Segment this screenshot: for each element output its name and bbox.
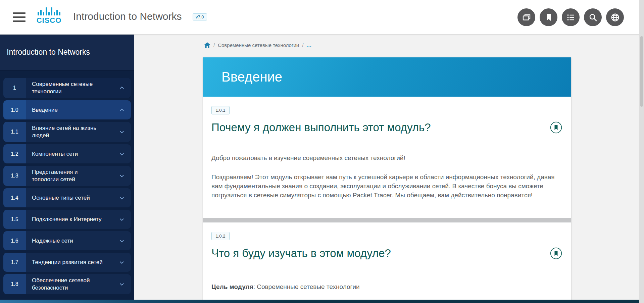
course-title: Introduction to Networks bbox=[73, 11, 182, 22]
topic-heading: Что я буду изучать в этом модуле? bbox=[211, 246, 391, 261]
section-divider bbox=[203, 218, 571, 222]
chevron-down-icon bbox=[119, 281, 125, 287]
topic-badge: 1.0.2 bbox=[211, 232, 230, 240]
item-number: 1.4 bbox=[3, 188, 26, 207]
item-number: 1.1 bbox=[3, 122, 26, 142]
menu-icon[interactable] bbox=[13, 12, 26, 22]
chevron-down-icon bbox=[119, 216, 125, 222]
sidebar-item-1-5[interactable]: 1.5 Подключение к Интернету bbox=[3, 210, 131, 229]
breadcrumb-module[interactable]: Современные сетевые технологии bbox=[218, 42, 299, 48]
sidebar-item-1-0[interactable]: 1.0 Введение bbox=[3, 100, 131, 119]
item-number: 1.2 bbox=[3, 144, 26, 163]
item-number: 1 bbox=[3, 78, 26, 98]
paragraph: Добро пожаловать в изучение современных … bbox=[211, 153, 563, 162]
heading-rule bbox=[211, 142, 563, 142]
topic-badge: 1.0.1 bbox=[211, 106, 230, 114]
section-banner: Введение bbox=[203, 57, 571, 97]
module-goal: Цель модуля: Современные сетевые техноло… bbox=[211, 283, 563, 291]
cisco-logo-text: CISCO bbox=[34, 16, 64, 25]
module-nav-list: 1 Современные сетевые технологии 1.0 Вве… bbox=[0, 70, 134, 294]
cisco-logo[interactable]: CISCO bbox=[34, 6, 64, 25]
bottom-accent-bar bbox=[0, 300, 644, 303]
paragraph: Поздравляем! Этот модуль открывает вам п… bbox=[211, 172, 563, 200]
content-area: / Современные сетевые технологии / ... В… bbox=[134, 35, 644, 303]
sidebar-item-1-1[interactable]: 1.1 Влияние сетей на жизнь людей bbox=[3, 122, 131, 142]
item-label: Подключение к Интернету bbox=[32, 216, 102, 223]
chevron-down-icon bbox=[119, 129, 125, 135]
item-label: Компоненты сети bbox=[32, 150, 78, 158]
app-header: CISCO Introduction to Networks v7.0 bbox=[0, 0, 644, 35]
item-label: Основные типы сетей bbox=[32, 194, 90, 202]
topic-section-1-0-1: 1.0.1 Почему я должен выполнить этот мод… bbox=[203, 97, 571, 218]
item-number: 1.6 bbox=[3, 231, 26, 250]
lesson-card: Введение 1.0.1 Почему я должен выполнить… bbox=[203, 57, 571, 303]
item-label: Влияние сетей на жизнь людей bbox=[32, 124, 105, 139]
version-badge: v7.0 bbox=[193, 13, 207, 20]
item-number: 1.5 bbox=[3, 210, 26, 229]
list-icon[interactable] bbox=[562, 8, 580, 26]
home-icon[interactable] bbox=[204, 42, 210, 48]
topic-section-1-0-2: 1.0.2 Что я буду изучать в этом модуле? … bbox=[203, 222, 571, 303]
chevron-down-icon bbox=[119, 238, 125, 244]
breadcrumb-ellipsis[interactable]: ... bbox=[306, 42, 312, 48]
search-icon[interactable] bbox=[584, 8, 602, 26]
banner-title: Введение bbox=[221, 69, 282, 85]
topic-heading: Почему я должен выполнить этот модуль? bbox=[211, 120, 431, 135]
module-goal-label: Цель модуля bbox=[211, 283, 253, 290]
header-icon-bar bbox=[517, 8, 624, 26]
sidebar-item-1-4[interactable]: 1.4 Основные типы сетей bbox=[3, 188, 131, 207]
sidebar-item-1-2[interactable]: 1.2 Компоненты сети bbox=[3, 144, 131, 163]
item-number: 1.0 bbox=[3, 100, 26, 119]
pages-icon[interactable] bbox=[517, 8, 535, 26]
page: CISCO Introduction to Networks v7.0 bbox=[0, 0, 644, 303]
item-label: Надежные сети bbox=[32, 237, 73, 245]
chevron-down-icon bbox=[119, 151, 125, 157]
breadcrumb-separator: / bbox=[302, 42, 303, 48]
course-sidebar: Introduction to Networks 1 Современные с… bbox=[0, 35, 134, 303]
item-label: Введение bbox=[32, 106, 58, 114]
item-label: Современные сетевые технологии bbox=[32, 81, 105, 95]
item-number: 1.7 bbox=[3, 253, 26, 272]
item-label: Тенденции развития сетей bbox=[32, 259, 103, 266]
item-number: 1.3 bbox=[3, 166, 26, 186]
heading-rule bbox=[211, 268, 563, 268]
sidebar-item-1-6[interactable]: 1.6 Надежные сети bbox=[3, 231, 131, 250]
sidebar-header: Introduction to Networks bbox=[0, 35, 134, 70]
breadcrumb-separator: / bbox=[213, 42, 215, 48]
item-label: Обеспечение сетевой безопасности bbox=[32, 277, 105, 292]
chevron-down-icon bbox=[119, 173, 125, 179]
chevron-up-icon bbox=[119, 85, 125, 91]
module-goal-text: : Современные сетевые технологии bbox=[253, 283, 360, 290]
page-scrollbar[interactable] bbox=[639, 0, 644, 303]
item-number: 1.8 bbox=[3, 274, 26, 294]
chevron-up-icon bbox=[119, 107, 125, 113]
globe-icon[interactable] bbox=[606, 8, 624, 26]
scrollbar-thumb[interactable] bbox=[640, 36, 643, 107]
sidebar-item-1-7[interactable]: 1.7 Тенденции развития сетей bbox=[3, 253, 131, 272]
bookmark-icon[interactable] bbox=[540, 8, 557, 26]
chevron-down-icon bbox=[119, 259, 125, 265]
cisco-logo-bars bbox=[34, 6, 64, 15]
item-label: Представления и топологии сетей bbox=[32, 168, 105, 183]
sidebar-item-1-8[interactable]: 1.8 Обеспечение сетевой безопасности bbox=[3, 274, 131, 294]
chevron-down-icon bbox=[119, 195, 125, 201]
sidebar-item-1[interactable]: 1 Современные сетевые технологии bbox=[3, 78, 131, 98]
sidebar-course-title: Introduction to Networks bbox=[7, 48, 90, 57]
bookmark-topic-icon[interactable] bbox=[550, 247, 562, 259]
breadcrumb: / Современные сетевые технологии / ... bbox=[204, 42, 312, 48]
sidebar-item-1-3[interactable]: 1.3 Представления и топологии сетей bbox=[3, 166, 131, 186]
bookmark-topic-icon[interactable] bbox=[550, 121, 562, 134]
